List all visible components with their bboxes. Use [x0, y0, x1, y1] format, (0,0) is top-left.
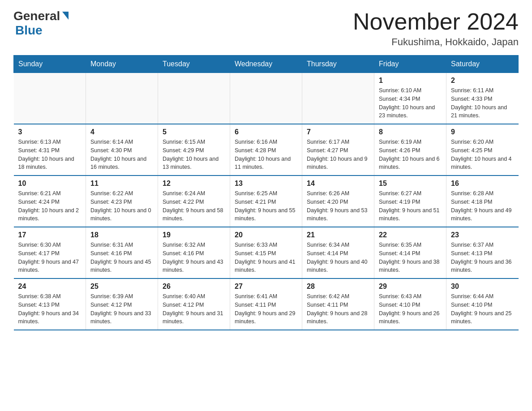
- day-info: Sunrise: 6:11 AMSunset: 4:33 PMDaylight:…: [451, 86, 514, 120]
- calendar-week-1: 1Sunrise: 6:10 AMSunset: 4:34 PMDaylight…: [14, 73, 519, 124]
- calendar-cell: 17Sunrise: 6:30 AMSunset: 4:17 PMDayligh…: [14, 227, 86, 278]
- calendar-cell: 30Sunrise: 6:44 AMSunset: 4:10 PMDayligh…: [446, 278, 519, 330]
- title-section: November 2024 Fukushima, Hokkaido, Japan: [353, 9, 519, 48]
- calendar-cell: 11Sunrise: 6:22 AMSunset: 4:23 PMDayligh…: [86, 176, 158, 227]
- day-info: Sunrise: 6:38 AMSunset: 4:13 PMDaylight:…: [18, 292, 82, 326]
- logo-arrow-icon: [62, 12, 69, 20]
- day-info: Sunrise: 6:37 AMSunset: 4:13 PMDaylight:…: [451, 241, 514, 274]
- day-number: 30: [451, 283, 514, 291]
- calendar-cell: 1Sunrise: 6:10 AMSunset: 4:34 PMDaylight…: [374, 73, 446, 124]
- day-number: 29: [379, 283, 442, 291]
- calendar-header-row: SundayMondayTuesdayWednesdayThursdayFrid…: [14, 56, 519, 73]
- day-number: 1: [379, 77, 442, 85]
- calendar-cell: 3Sunrise: 6:13 AMSunset: 4:31 PMDaylight…: [14, 124, 86, 176]
- calendar-cell: 18Sunrise: 6:31 AMSunset: 4:16 PMDayligh…: [86, 227, 158, 278]
- calendar-cell: [14, 73, 86, 124]
- day-number: 24: [18, 283, 82, 291]
- calendar-cell: 23Sunrise: 6:37 AMSunset: 4:13 PMDayligh…: [446, 227, 519, 278]
- day-number: 7: [307, 128, 369, 136]
- day-number: 25: [90, 283, 153, 291]
- day-info: Sunrise: 6:20 AMSunset: 4:25 PMDaylight:…: [451, 138, 514, 171]
- day-info: Sunrise: 6:24 AMSunset: 4:22 PMDaylight:…: [163, 189, 225, 223]
- day-info: Sunrise: 6:33 AMSunset: 4:15 PMDaylight:…: [235, 241, 297, 274]
- day-info: Sunrise: 6:10 AMSunset: 4:34 PMDaylight:…: [379, 86, 442, 120]
- weekday-header-tuesday: Tuesday: [158, 56, 230, 73]
- day-info: Sunrise: 6:42 AMSunset: 4:11 PMDaylight:…: [307, 292, 369, 326]
- day-info: Sunrise: 6:41 AMSunset: 4:11 PMDaylight:…: [235, 292, 297, 326]
- weekday-header-wednesday: Wednesday: [230, 56, 302, 73]
- day-number: 22: [379, 231, 442, 239]
- day-number: 13: [235, 180, 297, 188]
- calendar-cell: 8Sunrise: 6:19 AMSunset: 4:26 PMDaylight…: [374, 124, 446, 176]
- day-number: 21: [307, 231, 369, 239]
- calendar-cell: 13Sunrise: 6:25 AMSunset: 4:21 PMDayligh…: [230, 176, 302, 227]
- calendar-cell: 21Sunrise: 6:34 AMSunset: 4:14 PMDayligh…: [302, 227, 374, 278]
- calendar-cell: 25Sunrise: 6:39 AMSunset: 4:12 PMDayligh…: [86, 278, 158, 330]
- calendar-cell: 20Sunrise: 6:33 AMSunset: 4:15 PMDayligh…: [230, 227, 302, 278]
- day-number: 19: [163, 231, 225, 239]
- calendar-week-3: 10Sunrise: 6:21 AMSunset: 4:24 PMDayligh…: [14, 176, 519, 227]
- weekday-header-thursday: Thursday: [302, 56, 374, 73]
- day-number: 3: [18, 128, 82, 136]
- weekday-header-friday: Friday: [374, 56, 446, 73]
- logo-blue-word: Blue: [15, 23, 43, 37]
- day-number: 12: [163, 180, 225, 188]
- weekday-header-sunday: Sunday: [14, 56, 86, 73]
- day-info: Sunrise: 6:43 AMSunset: 4:10 PMDaylight:…: [379, 292, 442, 326]
- day-number: 9: [451, 128, 514, 136]
- day-number: 28: [307, 283, 369, 291]
- logo: General Blue: [13, 9, 69, 38]
- calendar-table: SundayMondayTuesdayWednesdayThursdayFrid…: [13, 55, 519, 330]
- day-info: Sunrise: 6:44 AMSunset: 4:10 PMDaylight:…: [451, 292, 514, 326]
- calendar-cell: 6Sunrise: 6:16 AMSunset: 4:28 PMDaylight…: [230, 124, 302, 176]
- calendar-cell: 7Sunrise: 6:17 AMSunset: 4:27 PMDaylight…: [302, 124, 374, 176]
- calendar-cell: 24Sunrise: 6:38 AMSunset: 4:13 PMDayligh…: [14, 278, 86, 330]
- calendar-cell: 28Sunrise: 6:42 AMSunset: 4:11 PMDayligh…: [302, 278, 374, 330]
- day-info: Sunrise: 6:34 AMSunset: 4:14 PMDaylight:…: [307, 241, 369, 274]
- day-number: 15: [379, 180, 442, 188]
- day-number: 5: [163, 128, 225, 136]
- calendar-cell: 15Sunrise: 6:27 AMSunset: 4:19 PMDayligh…: [374, 176, 446, 227]
- day-info: Sunrise: 6:30 AMSunset: 4:17 PMDaylight:…: [18, 241, 82, 274]
- weekday-header-monday: Monday: [86, 56, 158, 73]
- calendar-week-2: 3Sunrise: 6:13 AMSunset: 4:31 PMDaylight…: [14, 124, 519, 176]
- day-info: Sunrise: 6:22 AMSunset: 4:23 PMDaylight:…: [90, 189, 153, 223]
- calendar-cell: 14Sunrise: 6:26 AMSunset: 4:20 PMDayligh…: [302, 176, 374, 227]
- day-number: 18: [90, 231, 153, 239]
- calendar-cell: 22Sunrise: 6:35 AMSunset: 4:14 PMDayligh…: [374, 227, 446, 278]
- calendar-cell: [86, 73, 158, 124]
- calendar-cell: 19Sunrise: 6:32 AMSunset: 4:16 PMDayligh…: [158, 227, 230, 278]
- calendar-cell: 27Sunrise: 6:41 AMSunset: 4:11 PMDayligh…: [230, 278, 302, 330]
- calendar-cell: 26Sunrise: 6:40 AMSunset: 4:12 PMDayligh…: [158, 278, 230, 330]
- day-number: 17: [18, 231, 82, 239]
- day-info: Sunrise: 6:32 AMSunset: 4:16 PMDaylight:…: [163, 241, 225, 274]
- day-info: Sunrise: 6:13 AMSunset: 4:31 PMDaylight:…: [18, 138, 82, 171]
- day-info: Sunrise: 6:40 AMSunset: 4:12 PMDaylight:…: [163, 292, 225, 326]
- day-number: 4: [90, 128, 153, 136]
- day-number: 6: [235, 128, 297, 136]
- calendar-cell: 9Sunrise: 6:20 AMSunset: 4:25 PMDaylight…: [446, 124, 519, 176]
- day-info: Sunrise: 6:39 AMSunset: 4:12 PMDaylight:…: [90, 292, 153, 326]
- calendar-cell: 29Sunrise: 6:43 AMSunset: 4:10 PMDayligh…: [374, 278, 446, 330]
- calendar-week-4: 17Sunrise: 6:30 AMSunset: 4:17 PMDayligh…: [14, 227, 519, 278]
- calendar-cell: [230, 73, 302, 124]
- day-info: Sunrise: 6:25 AMSunset: 4:21 PMDaylight:…: [235, 189, 297, 223]
- main-title: November 2024: [353, 9, 519, 34]
- calendar-cell: [158, 73, 230, 124]
- weekday-header-saturday: Saturday: [446, 56, 519, 73]
- calendar-cell: 16Sunrise: 6:28 AMSunset: 4:18 PMDayligh…: [446, 176, 519, 227]
- day-number: 27: [235, 283, 297, 291]
- day-info: Sunrise: 6:31 AMSunset: 4:16 PMDaylight:…: [90, 241, 153, 274]
- day-number: 20: [235, 231, 297, 239]
- day-number: 2: [451, 77, 514, 85]
- day-info: Sunrise: 6:17 AMSunset: 4:27 PMDaylight:…: [307, 138, 369, 171]
- calendar-cell: 4Sunrise: 6:14 AMSunset: 4:30 PMDaylight…: [86, 124, 158, 176]
- day-number: 8: [379, 128, 442, 136]
- day-number: 14: [307, 180, 369, 188]
- day-number: 26: [163, 283, 225, 291]
- day-number: 16: [451, 180, 514, 188]
- day-info: Sunrise: 6:28 AMSunset: 4:18 PMDaylight:…: [451, 189, 514, 223]
- day-info: Sunrise: 6:19 AMSunset: 4:26 PMDaylight:…: [379, 138, 442, 171]
- calendar-cell: 12Sunrise: 6:24 AMSunset: 4:22 PMDayligh…: [158, 176, 230, 227]
- day-number: 11: [90, 180, 153, 188]
